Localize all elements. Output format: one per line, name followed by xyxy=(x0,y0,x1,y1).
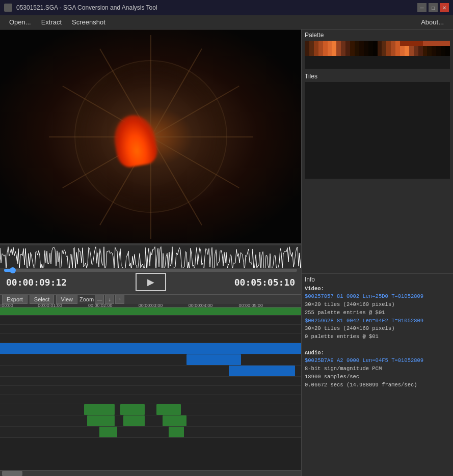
video-area xyxy=(0,30,301,243)
view-button[interactable]: View xyxy=(56,295,77,304)
info-line7: $0025B7A9 A2 0000 Len=04F5 T=01052809 xyxy=(305,357,423,363)
tiles-section: Tiles xyxy=(302,71,453,273)
segment-green-5 xyxy=(123,415,144,426)
track-row-2 xyxy=(0,316,301,325)
zoom-down-button[interactable]: ↓ xyxy=(105,295,114,304)
info-line10: 0.06672 secs (14.988099 frames/sec) xyxy=(305,382,417,388)
ruler-tick-2: 00:00:02:00 xyxy=(88,304,113,307)
tiles-title: Tiles xyxy=(305,73,450,80)
video-controls: // Draw waveform lines 00:00:09:12 ▶ 00:… xyxy=(0,243,301,294)
track-row-3 xyxy=(0,325,301,334)
track-row-10 xyxy=(0,395,301,404)
info-section: Info Video: $00257057 81 0002 Len=25D0 T… xyxy=(302,273,453,477)
info-line4: $00259628 81 0042 Len=04F2 T=01052809 xyxy=(305,318,423,324)
palette-canvas xyxy=(305,41,450,69)
tiles-canvas xyxy=(305,82,450,179)
palette-section: Palette xyxy=(302,30,453,71)
ruler-tick-3: 00:00:03:00 xyxy=(139,304,163,307)
maximize-button[interactable]: □ xyxy=(429,3,438,12)
info-audio-label: Audio: xyxy=(305,350,324,356)
segment-green-2 xyxy=(120,404,144,415)
window-controls: ─ □ ✕ xyxy=(417,3,449,12)
export-button[interactable]: Export xyxy=(2,295,28,304)
track-row-11 xyxy=(0,404,301,415)
info-line8: 8-bit sign/magnitude PCM xyxy=(305,366,382,372)
info-line2: 30×20 tiles (240×160 pixels) xyxy=(305,301,394,307)
track-row-1 xyxy=(0,307,301,316)
track-row-blue-full xyxy=(0,343,301,354)
time-total: 00:05:05:10 xyxy=(234,277,295,288)
seek-bar-container[interactable] xyxy=(0,268,301,273)
play-button[interactable]: ▶ xyxy=(136,273,166,291)
transport-row: 00:00:09:12 ▶ 00:05:05:10 xyxy=(0,273,301,291)
segment-green-7 xyxy=(99,427,117,437)
segment-green-1 xyxy=(84,404,114,415)
ruler-tick-1: 00:00:01:00 xyxy=(38,304,62,307)
about-menu[interactable]: About... xyxy=(416,16,449,28)
info-content: Video: $00257057 81 0002 Len=25D0 T=0105… xyxy=(305,285,450,389)
ruler-tick-0: 00:00:00:00 xyxy=(0,304,13,307)
track-row-7 xyxy=(0,366,301,377)
zoom-up-button[interactable]: ↑ xyxy=(115,295,124,304)
info-video-label: Video: xyxy=(305,286,324,292)
segment-green-8 xyxy=(169,427,184,437)
timeline-h-scrollbar[interactable] xyxy=(0,470,301,476)
spoke10 xyxy=(150,35,151,137)
track-row-4 xyxy=(0,334,301,343)
spoke1 xyxy=(151,136,253,137)
ruler-tick-5: 00:00:05:00 xyxy=(239,304,263,307)
toolbar: Export Select View Zoom — ↓ ↑ xyxy=(0,294,301,304)
track-row-12 xyxy=(0,415,301,427)
info-title: Info xyxy=(305,276,450,283)
menu-bar: Open... Extract Screenshot About... xyxy=(0,15,453,30)
info-line5: 30×20 tiles (240×160 pixels) xyxy=(305,325,394,331)
right-panel: Palette Tiles Info Video: $00257057 81 0… xyxy=(301,30,453,476)
ruler-tick-4: 00:00:04:00 xyxy=(189,304,213,307)
segment-blue-2 xyxy=(229,366,295,376)
timeline-h-thumb[interactable] xyxy=(2,471,22,476)
segment-green-3 xyxy=(156,404,180,415)
waveform-svg: // Draw waveform lines xyxy=(0,245,301,268)
video-canvas xyxy=(0,30,301,243)
app-icon xyxy=(4,4,12,12)
extract-menu[interactable]: Extract xyxy=(36,16,67,28)
info-line3: 255 palette entries @ $01 xyxy=(305,310,385,316)
timeline-tracks xyxy=(0,307,301,470)
close-button[interactable]: ✕ xyxy=(440,3,449,12)
title-bar: 05301521.SGA - SGA Conversion and Analys… xyxy=(0,0,453,15)
zoom-minus-button[interactable]: — xyxy=(95,295,104,304)
track-row-13 xyxy=(0,427,301,438)
info-line9: 18900 samples/sec xyxy=(305,374,359,380)
palette-title: Palette xyxy=(305,32,450,39)
segment-blue-1 xyxy=(186,354,241,365)
main-content: // Draw waveform lines 00:00:09:12 ▶ 00:… xyxy=(0,30,453,476)
minimize-button[interactable]: ─ xyxy=(417,3,427,12)
segment-green-4 xyxy=(87,415,114,426)
time-current: 00:00:09:12 xyxy=(6,277,67,288)
timeline-ruler: 00:00:00:00 00:00:01:00 00:00:02:00 00:0… xyxy=(0,304,301,307)
select-button[interactable]: Select xyxy=(30,295,55,304)
info-line1: $00257057 81 0002 Len=25D0 T=01052809 xyxy=(305,293,423,299)
waveform-area: // Draw waveform lines xyxy=(0,245,301,268)
info-line6: 0 palette entries @ $01 xyxy=(305,333,379,340)
window-title: 05301521.SGA - SGA Conversion and Analys… xyxy=(16,4,417,11)
seek-bar[interactable] xyxy=(4,269,297,272)
open-menu[interactable]: Open... xyxy=(4,16,36,28)
track-row-9 xyxy=(0,386,301,395)
track-row-8 xyxy=(0,377,301,386)
segment-green-6 xyxy=(163,415,186,426)
track-row-6 xyxy=(0,354,301,366)
zoom-controls: Zoom — ↓ ↑ xyxy=(79,295,124,304)
left-panel: // Draw waveform lines 00:00:09:12 ▶ 00:… xyxy=(0,30,301,476)
screenshot-menu[interactable]: Screenshot xyxy=(67,16,111,28)
seek-thumb[interactable] xyxy=(10,267,16,273)
video-frame xyxy=(0,30,301,243)
zoom-label: Zoom xyxy=(79,296,94,302)
